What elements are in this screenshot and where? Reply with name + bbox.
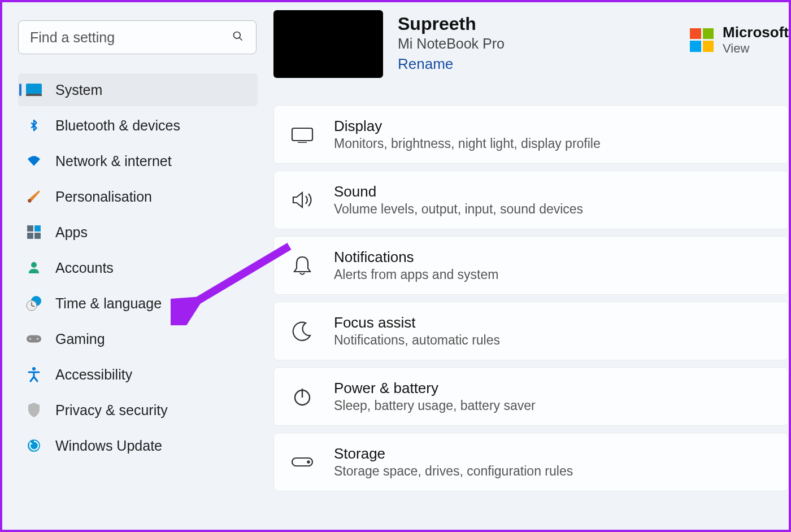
sidebar-item-accounts[interactable]: Accounts	[18, 251, 258, 284]
shield-icon	[26, 402, 42, 418]
card-sub: Notifications, automatic rules	[334, 333, 500, 348]
card-sub: Volume levels, output, input, sound devi…	[334, 202, 583, 217]
power-icon	[290, 384, 315, 409]
card-title: Storage	[334, 445, 573, 463]
svg-point-9	[31, 262, 37, 268]
card-title: Power & battery	[334, 380, 536, 397]
sound-icon	[290, 187, 315, 212]
svg-point-15	[29, 338, 32, 340]
sidebar-item-label: Personalisation	[55, 189, 152, 205]
brush-icon	[26, 189, 42, 204]
person-icon	[26, 260, 42, 276]
card-display[interactable]: Display Monitors, brightness, night ligh…	[273, 105, 789, 164]
wifi-icon	[26, 153, 42, 169]
gamepad-icon	[26, 331, 42, 347]
card-title: Sound	[334, 183, 583, 200]
sidebar-item-label: System	[55, 82, 102, 98]
sidebar-item-apps[interactable]: Apps	[18, 216, 258, 248]
card-sub: Storage space, drives, configuration rul…	[334, 464, 573, 479]
sidebar-item-label: Accounts	[55, 260, 114, 276]
main-panel: Supreeth Mi NoteBook Pro Rename Microsof…	[273, 2, 789, 530]
storage-icon	[290, 450, 315, 474]
sidebar-item-label: Bluetooth & devices	[55, 117, 180, 134]
card-title: Focus assist	[334, 314, 500, 332]
card-sub: Monitors, brightness, night light, displ…	[334, 136, 601, 151]
svg-rect-7	[27, 233, 33, 239]
card-notifications[interactable]: Notifications Alerts from apps and syste…	[273, 236, 789, 295]
card-storage[interactable]: Storage Storage space, drives, configura…	[273, 433, 789, 491]
microsoft-logo-icon	[690, 28, 714, 52]
sidebar-item-label: Privacy & security	[55, 402, 168, 418]
search-box[interactable]	[18, 20, 257, 54]
microsoft-block[interactable]: Microsoft View	[690, 10, 789, 56]
card-sub: Sleep, battery usage, battery saver	[334, 398, 536, 413]
card-power-battery[interactable]: Power & battery Sleep, battery usage, ba…	[273, 367, 789, 426]
sidebar-item-label: Apps	[55, 224, 88, 241]
svg-point-24	[307, 461, 309, 463]
sidebar-item-label: Gaming	[55, 331, 105, 347]
sidebar-item-label: Accessibility	[55, 367, 132, 383]
device-header: Supreeth Mi NoteBook Pro Rename Microsof…	[273, 10, 789, 78]
ms-sub: View	[723, 41, 789, 56]
card-sound[interactable]: Sound Volume levels, output, input, soun…	[273, 171, 789, 229]
sidebar-item-network[interactable]: Network & internet	[18, 145, 258, 177]
accessibility-icon	[26, 367, 42, 382]
sidebar-item-gaming[interactable]: Gaming	[18, 322, 258, 355]
moon-icon	[290, 319, 315, 343]
display-icon	[290, 122, 315, 147]
sidebar-item-time-language[interactable]: Time & language	[18, 287, 258, 320]
svg-rect-14	[27, 335, 41, 342]
clock-globe-icon	[26, 295, 42, 311]
system-icon	[26, 82, 42, 98]
bell-icon	[290, 253, 315, 278]
svg-rect-8	[34, 233, 41, 239]
sidebar-item-label: Time & language	[55, 295, 162, 312]
card-title: Display	[334, 117, 601, 135]
sidebar-item-windows-update[interactable]: Windows Update	[18, 429, 258, 462]
update-icon	[26, 438, 42, 453]
device-model: Mi NoteBook Pro	[398, 36, 667, 52]
apps-icon	[26, 224, 42, 240]
search-icon	[232, 30, 244, 45]
rename-link[interactable]: Rename	[398, 55, 453, 73]
svg-point-0	[234, 32, 241, 38]
ms-title: Microsoft	[723, 24, 789, 41]
search-input[interactable]	[30, 29, 232, 46]
sidebar-item-system[interactable]: System	[18, 73, 258, 106]
svg-point-17	[32, 367, 36, 370]
svg-rect-2	[26, 84, 42, 94]
user-name: Supreeth	[398, 14, 667, 34]
svg-rect-19	[292, 128, 312, 141]
svg-rect-3	[26, 94, 42, 96]
svg-point-16	[37, 338, 39, 340]
svg-rect-6	[34, 225, 41, 232]
svg-point-4	[28, 199, 32, 203]
card-sub: Alerts from apps and system	[334, 267, 498, 282]
sidebar-item-bluetooth[interactable]: Bluetooth & devices	[18, 109, 258, 142]
sidebar-item-label: Windows Update	[55, 438, 162, 454]
card-title: Notifications	[334, 248, 498, 266]
svg-line-1	[240, 37, 242, 40]
sidebar: System Bluetooth & devices Network & int…	[2, 2, 273, 530]
sidebar-item-privacy[interactable]: Privacy & security	[18, 394, 258, 426]
svg-rect-5	[27, 225, 33, 232]
bluetooth-icon	[26, 117, 42, 133]
device-thumbnail	[273, 10, 383, 78]
card-focus-assist[interactable]: Focus assist Notifications, automatic ru…	[273, 302, 789, 360]
sidebar-item-accessibility[interactable]: Accessibility	[18, 358, 258, 391]
sidebar-item-label: Network & internet	[55, 153, 172, 169]
sidebar-item-personalisation[interactable]: Personalisation	[18, 180, 258, 213]
